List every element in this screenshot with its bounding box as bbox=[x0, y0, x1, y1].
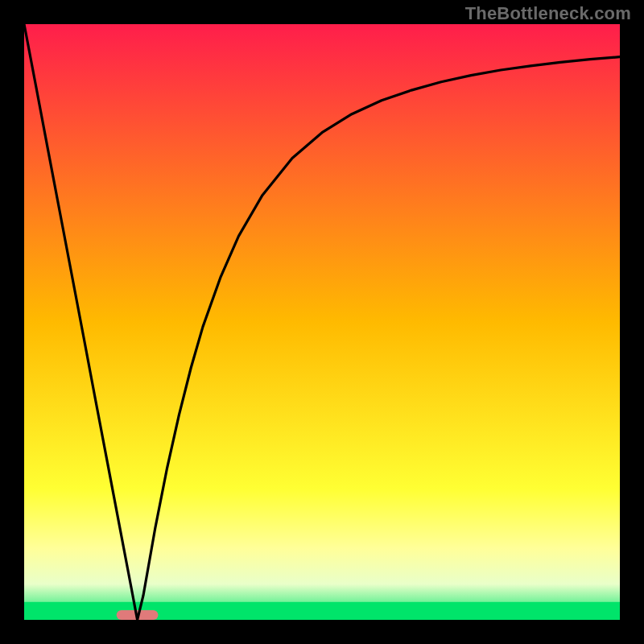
site-watermark: TheBottleneck.com bbox=[465, 3, 631, 24]
plot-background bbox=[24, 24, 620, 620]
green-baseline-band bbox=[24, 602, 620, 620]
plot-svg bbox=[24, 24, 620, 620]
chart-container: TheBottleneck.com bbox=[0, 0, 644, 644]
